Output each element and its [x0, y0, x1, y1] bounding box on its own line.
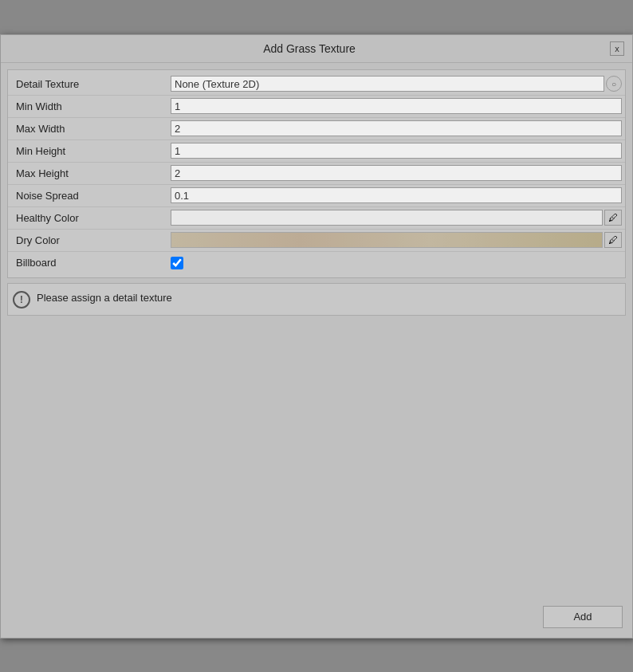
label-dry-color: Dry Color: [11, 234, 171, 246]
healthy-color-eyedropper[interactable]: 🖊: [604, 210, 622, 226]
warning-icon: !: [13, 291, 30, 308]
texture-select-button[interactable]: ○: [606, 76, 622, 92]
dialog-title: Add Grass Texture: [9, 42, 610, 55]
warning-message: Please assign a detail texture: [37, 290, 172, 304]
label-min-width: Min Width: [11, 100, 171, 112]
noise-spread-control: [171, 187, 622, 203]
min-height-control: [171, 143, 622, 159]
form-row-min-height: Min Height: [8, 140, 625, 163]
form-row-detail-texture: Detail Texture ○: [8, 73, 625, 96]
form-row-min-width: Min Width: [8, 96, 625, 118]
healthy-color-swatch[interactable]: [171, 210, 603, 226]
label-min-height: Min Height: [11, 145, 171, 157]
texture-input-wrapper: ○: [171, 76, 622, 92]
label-healthy-color: Healthy Color: [11, 212, 171, 224]
label-noise-spread: Noise Spread: [11, 190, 171, 202]
detail-texture-input[interactable]: [171, 76, 604, 92]
form-row-healthy-color: Healthy Color 🖊: [8, 207, 625, 230]
dry-color-swatch[interactable]: [171, 232, 603, 248]
label-max-width: Max Width: [11, 123, 171, 135]
form-row-noise-spread: Noise Spread: [8, 185, 625, 207]
add-grass-texture-dialog: Add Grass Texture x Detail Texture ○ Min…: [0, 34, 633, 639]
form-section: Detail Texture ○ Min Width Max Width: [7, 69, 626, 278]
dry-color-wrapper: 🖊: [171, 232, 622, 248]
min-width-input[interactable]: [171, 98, 622, 114]
add-button[interactable]: Add: [543, 606, 623, 628]
min-height-input[interactable]: [171, 143, 622, 159]
form-row-dry-color: Dry Color 🖊: [8, 230, 625, 252]
label-billboard: Billboard: [11, 257, 171, 269]
label-max-height: Max Height: [11, 167, 171, 179]
label-detail-texture: Detail Texture: [11, 78, 171, 90]
max-width-control: [171, 120, 622, 136]
dry-color-control: 🖊: [171, 232, 622, 248]
noise-spread-input[interactable]: [171, 187, 622, 203]
form-row-billboard: Billboard: [8, 252, 625, 274]
form-row-max-height: Max Height: [8, 163, 625, 185]
dry-color-eyedropper[interactable]: 🖊: [604, 232, 622, 248]
healthy-color-control: 🖊: [171, 210, 622, 226]
billboard-control: [171, 257, 622, 269]
max-height-control: [171, 165, 622, 181]
form-row-max-width: Max Width: [8, 118, 625, 140]
healthy-color-wrapper: 🖊: [171, 210, 622, 226]
warning-section: ! Please assign a detail texture: [7, 283, 626, 316]
footer-section: Add: [7, 599, 626, 631]
dialog-body: Detail Texture ○ Min Width Max Width: [1, 63, 632, 638]
title-bar: Add Grass Texture x: [1, 35, 632, 63]
billboard-checkbox[interactable]: [171, 257, 183, 269]
max-height-input[interactable]: [171, 165, 622, 181]
close-button[interactable]: x: [610, 41, 624, 56]
min-width-control: [171, 98, 622, 114]
max-width-input[interactable]: [171, 120, 622, 136]
spacer-section: [7, 320, 626, 599]
detail-texture-control: ○: [171, 76, 622, 92]
